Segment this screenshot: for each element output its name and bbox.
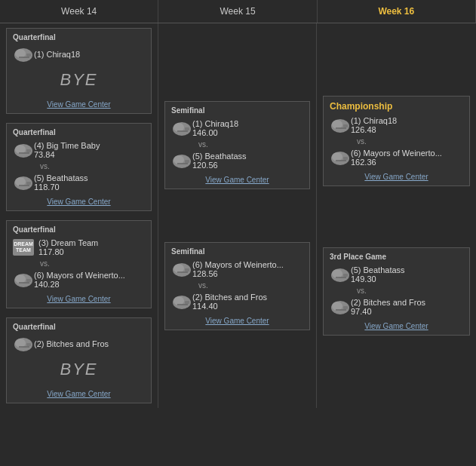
sf1-round-label: Semifinal [171,106,303,115]
sf1-vs-label: vs. [171,139,303,150]
sf2-team1-name: (6) Mayors of Weinerto... [192,260,290,269]
qf3-team1-name: (3) Dream Team [38,238,137,247]
sf2-team2-name: (2) Bitches and Fros [192,293,290,302]
champ-team2-helmet-icon [330,149,351,166]
qf4-card: Quarterfinal (2) Bitches and Fros BYE [6,317,152,403]
qf3-team1-row: DREAM TEAM (3) Dream Team 117.80 [13,237,145,258]
qf4-bye: BYE [13,354,145,385]
sf1-team1-score: 146.00 [192,128,303,137]
svg-rect-6 [26,149,31,152]
sf1-team2-name: (5) Beathatass [192,152,290,161]
qf1-view-game[interactable]: View Game Center [13,100,145,109]
svg-point-45 [332,269,342,278]
qf1-team1-info: (1) Chiraq18 [34,50,145,59]
qf2-card: Quarterfinal (4) Big Time Baby 73.84 vs. [6,123,152,211]
svg-point-33 [174,296,184,305]
qf2-team1-score: 73.84 [34,150,145,159]
third-view-game[interactable]: View Game Center [330,322,463,330]
sf2-team1-info: (6) Mayors of Weinerto... 128.56 [192,260,303,278]
sf1-team1-info: (1) Chiraq18 146.00 [192,119,303,137]
qf3-card: Quarterfinal DREAM TEAM (3) Dream Team 1… [6,220,152,308]
qf3-team2-info: (6) Mayors of Weinerto... 140.28 [34,271,145,289]
champ-team2-name: (6) Mayors of Weinerto... [351,149,449,158]
third-vs-label: vs. [330,285,463,296]
qf4-bye-text: BYE [13,360,145,379]
qf2-round-label: Quarterfinal [13,128,145,136]
third-team1-row: (5) Beathatass 149.30 [330,264,463,285]
qf2-team1-helmet-icon [13,142,34,158]
qf2-vs-label: vs. [13,161,145,172]
qf2-team2-score: 118.70 [34,182,145,192]
sf2-view-game[interactable]: View Game Center [171,317,303,325]
qf3-team2-name: (6) Mayors of Weinerto... [34,271,132,280]
svg-rect-30 [185,268,189,271]
sf1-team2-helmet-icon [171,152,192,169]
champ-team2-info: (6) Mayors of Weinerto... 162.36 [351,149,463,167]
qf4-team1-info: (2) Bitches and Fros [34,339,145,348]
champ-team2-row: (6) Mayors of Weinerto... 162.36 [330,147,463,168]
qf2-view-game[interactable]: View Game Center [13,198,145,206]
qf1-team1-helmet-icon [13,46,34,63]
svg-rect-42 [343,157,348,160]
qf2-team2-helmet-icon [13,174,34,191]
svg-point-9 [15,177,26,186]
qf1-card: Quarterfinal (1) Chiraq18 BYE View Gam [6,28,152,114]
svg-rect-50 [343,306,348,309]
svg-point-29 [174,264,184,273]
sf1-card: Semifinal (1) Chiraq18 146.00 vs. [164,101,310,189]
qf3-view-game[interactable]: View Game Center [13,295,145,303]
svg-rect-2 [26,54,31,57]
svg-point-5 [15,145,26,154]
svg-point-21 [174,123,184,132]
sf2-vs-label: vs. [171,280,303,291]
third-team1-name: (5) Beathatass [351,265,449,274]
champ-team1-score: 126.48 [351,125,463,134]
svg-rect-14 [26,279,31,282]
qf2-team1-info: (4) Big Time Baby 73.84 [34,141,145,159]
svg-rect-38 [343,124,348,127]
svg-point-17 [15,339,26,348]
third-team2-info: (2) Bitches and Fros 97.40 [351,298,463,316]
qf1-bye: BYE [13,64,145,96]
week15-header: Week 15 [158,0,317,23]
svg-point-41 [332,152,342,161]
svg-rect-34 [185,301,189,304]
week16-header: Week 16 [318,0,476,23]
bracket-container: Week 14 Week 15 Week 16 Quarterfinal (1)… [0,0,476,408]
svg-point-25 [174,155,184,164]
champ-team1-info: (1) Chiraq18 126.48 [351,116,463,134]
sf1-team1-name: (1) Chiraq18 [192,119,290,128]
third-team1-info: (5) Beathatass 149.30 [351,265,463,284]
qf1-round-label: Quarterfinal [13,33,145,41]
svg-rect-22 [185,127,189,130]
qf2-team2-name: (5) Beathatass [34,173,132,182]
svg-rect-18 [26,343,31,346]
week14-col: Quarterfinal (1) Chiraq18 BYE View Gam [0,23,158,408]
qf3-team1-score: 117.80 [38,247,145,256]
sf1-team2-score: 120.56 [192,161,303,170]
third-team1-score: 149.30 [351,274,463,284]
sf2-team1-score: 128.56 [192,269,303,278]
svg-rect-46 [343,274,348,277]
championship-label: Championship [330,101,463,112]
qf3-team1-helmet-icon: DREAM TEAM [13,239,34,256]
qf4-team1-row: (2) Bitches and Fros [13,334,145,354]
sf1-view-game[interactable]: View Game Center [171,176,303,184]
third-place-card: 3rd Place Game (5) Beathatass 149.30 vs. [323,247,470,336]
sf2-card: Semifinal (6) Mayors of Weinerto... 128.… [164,242,310,330]
qf2-team2-row: (5) Beathatass 118.70 [13,172,145,193]
qf2-team1-name: (4) Big Time Baby [34,141,132,150]
sf2-team2-row: (2) Bitches and Fros 114.40 [171,291,303,312]
qf4-view-game[interactable]: View Game Center [13,390,145,398]
third-team2-name: (2) Bitches and Fros [351,298,449,307]
qf3-team2-row: (6) Mayors of Weinerto... 140.28 [13,269,145,290]
svg-point-13 [15,274,26,284]
sf1-team2-row: (5) Beathatass 120.56 [171,150,303,171]
sf2-team2-info: (2) Bitches and Fros 114.40 [192,293,303,311]
svg-point-49 [332,302,342,311]
champ-team1-row: (1) Chiraq18 126.48 [330,115,463,136]
sf2-team1-row: (6) Mayors of Weinerto... 128.56 [171,259,303,280]
qf3-vs-label: vs. [13,258,145,269]
champ-view-game[interactable]: View Game Center [330,173,463,181]
sf2-team2-score: 114.40 [192,302,303,311]
